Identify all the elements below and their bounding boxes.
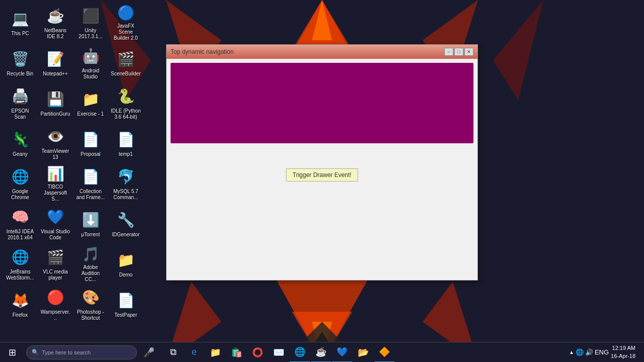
desktop-icon-adobe[interactable]: 🎵Adobe Audition CC... [73, 244, 108, 284]
mysql-icon: 🐬 [116, 166, 136, 187]
desktop-icon-mysql[interactable]: 🐬MySQL 5.7 Comman... [108, 163, 143, 204]
desktop-icon-scenebuilder[interactable]: 🎬SceneBuilder [108, 43, 143, 83]
filemanager-taskbar-icon[interactable]: 📂 [353, 342, 373, 363]
desktop-icon-android[interactable]: 🤖Android Studio [73, 43, 108, 83]
close-button[interactable]: ✕ [464, 48, 473, 56]
scenebuilder-icon: 🎬 [116, 49, 136, 69]
desktop: 💻This PC☕NetBeans IDE 8.2⬛Unity 2017.3.1… [0, 0, 644, 362]
desktop-icon-geany[interactable]: 🦎Geany [3, 123, 38, 163]
idgenerator-icon: 🔧 [116, 210, 136, 230]
exercise-icon: 📁 [80, 89, 101, 109]
desktop-icon-vs[interactable]: 💙Visual Studio Code [38, 204, 73, 244]
lang-indicator[interactable]: ENG [595, 348, 609, 356]
proposal-icon: 📄 [80, 129, 101, 149]
desktop-icon-notepad[interactable]: 📝Notepad++ [38, 43, 73, 83]
desktop-icons-area: 💻This PC☕NetBeans IDE 8.2⬛Unity 2017.3.1… [0, 0, 161, 337]
partition-icon: 💾 [45, 89, 65, 109]
search-input[interactable] [42, 349, 122, 355]
desktop-icon-firefox[interactable]: 🦊Firefox [3, 284, 38, 324]
show-hidden-icons[interactable]: ▲ [569, 349, 574, 355]
edge-taskbar-icon[interactable]: e [184, 342, 204, 363]
teamviewer-icon: 👁️ [45, 126, 65, 146]
start-button[interactable]: ⊞ [0, 342, 24, 363]
store-taskbar-icon[interactable]: 🛍️ [226, 342, 247, 363]
recycle-label: Recycle Bin [7, 71, 34, 77]
desktop-icon-partition[interactable]: 💾PartitionGuru [38, 83, 73, 123]
vscode-taskbar-icon[interactable]: 💙 [332, 342, 352, 363]
vlc-icon: 🎬 [45, 247, 65, 267]
desktop-icon-exercise[interactable]: 📁Exercise - 1 [73, 83, 108, 123]
desktop-icon-idgenerator[interactable]: 🔧IDGenerator [108, 204, 143, 244]
desktop-icon-idle[interactable]: 🐍IDLE (Python 3.6 64-bit) [108, 83, 143, 123]
geany-label: Geany [13, 151, 27, 157]
minimize-button[interactable]: – [444, 48, 453, 56]
temp1-label: temp1 [119, 151, 133, 157]
netbeans-taskbar-icon[interactable]: ☕ [311, 342, 331, 363]
teamviewer-label: TeamViewer 13 [40, 148, 70, 160]
netbeans-label: NetBeans IDE 8.2 [40, 28, 70, 40]
desktop-icon-temp1[interactable]: 📄temp1 [108, 123, 143, 163]
window-titlebar[interactable]: Top dynamic navigation – □ ✕ [167, 45, 477, 59]
firefox-label: Firefox [13, 312, 28, 318]
volume-icon[interactable]: 🔊 [585, 348, 593, 356]
intellij-label: IntelliJ IDEA 2018.1 x64 [5, 229, 35, 241]
idle-icon: 🐍 [116, 86, 136, 106]
adobe-icon: 🎵 [80, 246, 101, 262]
maximize-button[interactable]: □ [454, 48, 463, 56]
desktop-icon-this-pc[interactable]: 💻This PC [3, 3, 38, 43]
proposal-label: Proposal [80, 151, 100, 157]
javafx-taskbar-icon[interactable]: 🔶 [374, 342, 394, 363]
wamp-icon: 🔴 [45, 287, 65, 307]
partition-label: PartitionGuru [41, 111, 70, 117]
unity-icon: ⬛ [80, 6, 101, 26]
trigger-drawer-button[interactable]: Trigger Drawer Event! [286, 168, 358, 182]
system-tray-icons: ▲ 🌐 🔊 ENG [569, 348, 609, 356]
clock-time: 12:19 AM [611, 344, 635, 352]
jetbrains-icon: 🌐 [10, 247, 30, 267]
utorrent-label: µTorrent [82, 232, 100, 238]
tibco-label: TIBCO Jaspersoft S... [40, 184, 70, 202]
desktop-icon-collection[interactable]: 📄Collection and Frame... [73, 163, 108, 204]
geany-icon: 🦎 [10, 129, 30, 149]
chrome-taskbar-icon[interactable]: 🌐 [290, 342, 310, 363]
desktop-icon-demo[interactable]: 📁Demo [108, 244, 143, 284]
desktop-icon-tibco[interactable]: 📊TIBCO Jaspersoft S... [38, 163, 73, 204]
task-view-button[interactable]: ⧉ [163, 342, 183, 363]
clock[interactable]: 12:19 AM 16-Apr-18 [611, 344, 635, 360]
mail-taskbar-icon[interactable]: ✉️ [269, 342, 289, 363]
file-explorer-taskbar-icon[interactable]: 📁 [205, 342, 225, 363]
desktop-icon-chrome[interactable]: 🌐Google Chrome [3, 163, 38, 204]
vlc-label: VLC media player [40, 269, 70, 281]
desktop-icon-photoshop[interactable]: 🎨Photoshop - Shortcut [73, 284, 108, 324]
search-box[interactable]: 🔍 [26, 345, 137, 359]
demo-label: Demo [119, 272, 133, 278]
desktop-icon-testpaper[interactable]: 📄TestPaper [108, 284, 143, 324]
desktop-icon-intellij[interactable]: 🧠IntelliJ IDEA 2018.1 x64 [3, 204, 38, 244]
android-label: Android Studio [75, 68, 106, 80]
network-icon[interactable]: 🌐 [576, 348, 584, 356]
desktop-icon-wamp[interactable]: 🔴Wampserver... [38, 284, 73, 324]
adobe-label: Adobe Audition CC... [75, 264, 106, 283]
firefox-icon: 🦊 [10, 290, 30, 310]
chrome-icon: 🌐 [10, 166, 30, 187]
desktop-icon-proposal[interactable]: 📄Proposal [73, 123, 108, 163]
desktop-icon-recycle[interactable]: 🗑️Recycle Bin [3, 43, 38, 83]
desktop-icon-unity[interactable]: ⬛Unity 2017.3.1... [73, 3, 108, 43]
notepad-label: Notepad++ [43, 71, 68, 77]
desktop-icon-javafx[interactable]: 🔵JavaFX Scene Builder 2.0 [108, 3, 143, 43]
epson-label: EPSON Scan [5, 108, 35, 120]
taskbar-right-area: ▲ 🌐 🔊 ENG 12:19 AM 16-Apr-18 [569, 344, 644, 360]
cortana-taskbar-icon[interactable]: ⭕ [248, 342, 268, 363]
javafx-label: JavaFX Scene Builder 2.0 [111, 23, 141, 41]
desktop-icon-jetbrains[interactable]: 🌐JetBrains WebStorm... [3, 244, 38, 284]
desktop-icon-netbeans[interactable]: ☕NetBeans IDE 8.2 [38, 3, 73, 43]
microphone-taskbar-icon[interactable]: 🎤 [139, 342, 159, 363]
desktop-icon-teamviewer[interactable]: 👁️TeamViewer 13 [38, 123, 73, 163]
window-header-purple [171, 63, 473, 143]
testpaper-label: TestPaper [114, 312, 137, 318]
desktop-icon-utorrent[interactable]: ⬇️µTorrent [73, 204, 108, 244]
photoshop-label: Photoshop - Shortcut [75, 309, 106, 321]
testpaper-icon: 📄 [116, 290, 136, 310]
desktop-icon-vlc[interactable]: 🎬VLC media player [38, 244, 73, 284]
desktop-icon-epson[interactable]: 🖨️EPSON Scan [3, 83, 38, 123]
